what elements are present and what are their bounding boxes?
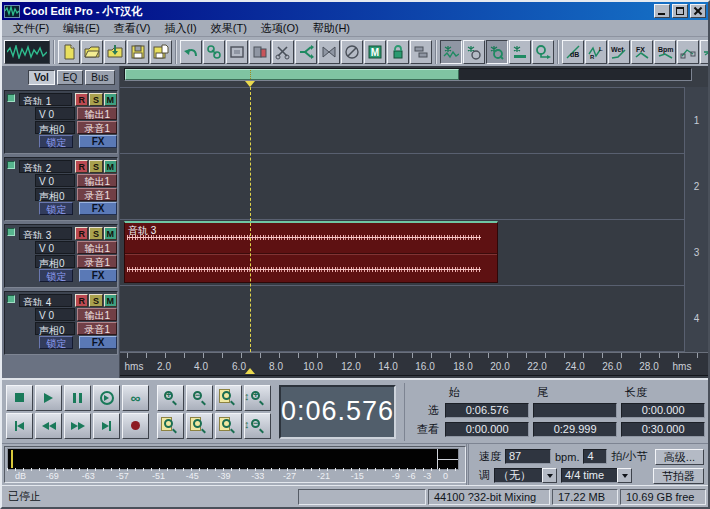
rewind-button[interactable] (35, 413, 62, 439)
beats-per-bar-field[interactable]: 4 (583, 449, 607, 464)
track-name-field[interactable]: 音轨 3 (19, 227, 72, 240)
solo-button[interactable]: S (89, 93, 102, 106)
lock-button[interactable]: 锁定 (39, 269, 73, 282)
save-as-button[interactable] (150, 40, 172, 64)
fx-rack-button[interactable]: FX (79, 202, 117, 215)
track-select-led[interactable] (7, 94, 15, 102)
close-button[interactable] (690, 4, 706, 18)
record-button[interactable] (122, 413, 149, 439)
zoom-in-button[interactable]: + (157, 385, 184, 411)
block-edges-button[interactable] (226, 40, 248, 64)
adjust-boundaries-button[interactable] (249, 40, 271, 64)
audio-clip[interactable]: 音轨 3 (124, 221, 498, 283)
go-to-end-button[interactable] (93, 413, 120, 439)
merge-button[interactable] (318, 40, 340, 64)
key-dropdown-button[interactable] (542, 468, 557, 483)
track-name-field[interactable]: 音轨 1 (19, 93, 72, 106)
mute-button[interactable]: M (104, 294, 117, 307)
new-file-button[interactable] (58, 40, 80, 64)
lock-button[interactable]: 锁定 (39, 135, 73, 148)
undo-button[interactable] (180, 40, 202, 64)
view-start-field[interactable]: 0:00.000 (445, 422, 529, 437)
envelope-dry-button[interactable] (463, 40, 485, 64)
punch-in-button[interactable] (700, 40, 708, 64)
record-device-button[interactable]: 录音1 (77, 188, 117, 201)
view-end-field[interactable]: 0:29.999 (533, 422, 617, 437)
tempo-field[interactable]: 87 (505, 449, 551, 464)
open-append-button[interactable] (104, 40, 126, 64)
open-file-button[interactable] (81, 40, 103, 64)
tab-bus[interactable]: Bus (85, 70, 114, 85)
play-button[interactable] (35, 385, 62, 411)
track-name-field[interactable]: 音轨 2 (19, 160, 72, 173)
solo-button[interactable]: S (89, 227, 102, 240)
menu-insert[interactable]: 插入(I) (157, 20, 203, 37)
mute-button[interactable]: M (104, 160, 117, 173)
mute-button[interactable]: M (104, 227, 117, 240)
pause-button[interactable] (64, 385, 91, 411)
track-select-led[interactable] (7, 228, 15, 236)
track-volume-field[interactable]: V 0 (35, 107, 75, 120)
cut-button[interactable] (272, 40, 294, 64)
view-length-field[interactable]: 0:30.000 (621, 422, 705, 437)
envelope-q-button[interactable] (486, 40, 508, 64)
selection-length-field[interactable]: 0:00.000 (621, 403, 705, 418)
vertical-zoom-out-button[interactable]: ↕− (244, 413, 271, 439)
align-blocks-button[interactable] (410, 40, 432, 64)
record-arm-button[interactable]: R (75, 294, 88, 307)
metronome-button[interactable]: 节拍器 (653, 468, 704, 484)
scrollbar-thumb[interactable] (125, 69, 459, 80)
level-meter[interactable]: dB -69 -63 -57 -51 -45 -39 -33 -27 -21 -… (4, 446, 466, 483)
minimize-button[interactable] (654, 4, 670, 18)
track-name-field[interactable]: 音轨 4 (19, 294, 72, 307)
stop-button[interactable] (6, 385, 33, 411)
record-device-button[interactable]: 录音1 (77, 255, 117, 268)
track-select-led[interactable] (7, 161, 15, 169)
mute-clip-button[interactable] (341, 40, 363, 64)
go-to-start-button[interactable] (6, 413, 33, 439)
mute-button[interactable]: M (104, 93, 117, 106)
loop-play-button[interactable]: ∞ (122, 385, 149, 411)
track-pan-field[interactable]: 声相0 (35, 255, 75, 268)
output-device-button[interactable]: 输出1 (77, 308, 117, 321)
selection-end-field[interactable] (533, 403, 617, 418)
track-volume-field[interactable]: V 0 (35, 308, 75, 321)
timeline-scrollbar[interactable] (124, 68, 692, 81)
solo-button[interactable]: S (89, 160, 102, 173)
envelope-volume-button[interactable] (440, 40, 462, 64)
record-arm-button[interactable]: R (75, 93, 88, 106)
fx-envelope-button[interactable]: FX (631, 40, 653, 64)
waveform-view-button[interactable] (4, 40, 50, 64)
track-lane-2[interactable] (120, 154, 684, 220)
lock-time-button[interactable] (387, 40, 409, 64)
track-select-led[interactable] (7, 295, 15, 303)
track-lane-3[interactable]: 音轨 3 (120, 220, 684, 286)
solo-button[interactable]: S (89, 294, 102, 307)
group-clips-button[interactable] (203, 40, 225, 64)
record-device-button[interactable]: 录音1 (77, 121, 117, 134)
track-pan-field[interactable]: 声相0 (35, 121, 75, 134)
track-volume-field[interactable]: V 0 (35, 241, 75, 254)
track-pan-field[interactable]: 声相0 (35, 188, 75, 201)
zoom-out-button[interactable]: − (186, 385, 213, 411)
tab-eq[interactable]: EQ (57, 70, 83, 85)
selection-start-field[interactable]: 0:06.576 (445, 403, 529, 418)
output-device-button[interactable]: 输出1 (77, 174, 117, 187)
track-volume-field[interactable]: V 0 (35, 174, 75, 187)
advanced-button[interactable]: 高级... (655, 449, 704, 465)
track-pan-field[interactable]: 声相0 (35, 322, 75, 335)
maximize-button[interactable] (672, 4, 688, 18)
save-button[interactable] (127, 40, 149, 64)
menu-file[interactable]: 文件(F) (6, 20, 56, 37)
track-lane-4[interactable] (120, 286, 684, 352)
vertical-zoom-in-button[interactable]: ↕+ (244, 385, 271, 411)
menu-options[interactable]: 选项(O) (254, 20, 306, 37)
lock-button[interactable]: 锁定 (39, 336, 73, 349)
time-signature-dropdown[interactable]: 4/4 time (561, 468, 632, 483)
timeline-ruler[interactable]: hms 2.0 4.0 6.0 8.0 10.0 12.0 14.0 16.0 … (120, 352, 708, 376)
menu-help[interactable]: 帮助(H) (306, 20, 357, 37)
bpm-envelope-button[interactable]: Bpm (654, 40, 676, 64)
time-signature-dropdown-button[interactable] (617, 468, 632, 483)
zoom-to-selection-right-button[interactable] (215, 413, 242, 439)
output-device-button[interactable]: 输出1 (77, 107, 117, 120)
